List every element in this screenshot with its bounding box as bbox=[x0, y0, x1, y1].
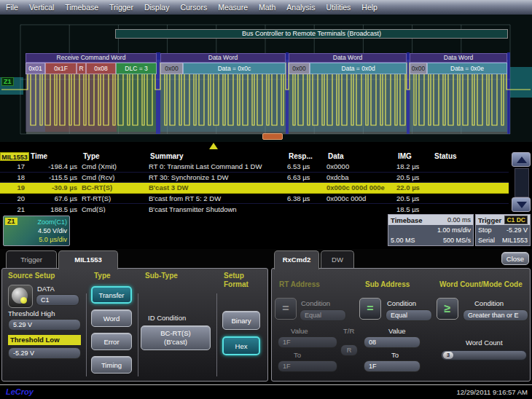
trigger-mode: Stop bbox=[478, 226, 492, 234]
tab-dw[interactable]: DW bbox=[321, 250, 354, 268]
table-row[interactable]: 18 -115.5 µs Cmd (Rcv) RT 30: Synchroniz… bbox=[0, 173, 509, 183]
sub-value-field[interactable]: 08 bbox=[364, 336, 420, 348]
col-header-time: Time bbox=[29, 152, 82, 160]
menu-item[interactable]: Vertical bbox=[29, 3, 54, 12]
sub-to-field[interactable]: 1F bbox=[364, 360, 420, 372]
sub-address-title: Sub Address bbox=[365, 280, 410, 288]
source-setup-title: Source Setup bbox=[8, 272, 55, 280]
type-button[interactable]: Transfer bbox=[91, 286, 132, 304]
rxcmd2-panel: RT Address = Condition Equal Value 1F To… bbox=[271, 268, 531, 382]
menu-item[interactable]: Analysis bbox=[286, 3, 315, 12]
channel-select[interactable]: C1 bbox=[36, 294, 79, 306]
menu-item[interactable]: Utilities bbox=[326, 3, 351, 12]
trigger-position-icon[interactable] bbox=[209, 143, 218, 149]
rt-condition-select[interactable]: Equal bbox=[300, 309, 346, 321]
decode-word-header: Receive Command Word bbox=[26, 53, 157, 63]
brand-logo: LeCroy bbox=[6, 387, 34, 396]
close-button[interactable]: Close bbox=[501, 252, 529, 265]
zoom-tag: Z1 bbox=[5, 218, 17, 225]
decode-field: 0x1F bbox=[45, 63, 77, 74]
format-button[interactable]: Hex bbox=[222, 336, 260, 355]
timestamp: 12/29/2011 9:16:57 AM bbox=[456, 388, 528, 396]
table-row[interactable]: 20 67.6 µs RT-RT(S) B'cast from RT 5: 2 … bbox=[0, 194, 509, 205]
protocol-badge[interactable]: MIL1553 bbox=[0, 152, 29, 161]
trigger-descriptor-box[interactable]: Trigger C1 DC Stop -5.29 V Serial MIL155… bbox=[475, 214, 531, 246]
timebase-samples: 5.00 MS bbox=[391, 237, 415, 244]
menu-item[interactable]: Measure bbox=[218, 3, 248, 12]
decode-field: Data = 0x0c bbox=[183, 63, 286, 74]
tr-button[interactable]: R bbox=[340, 344, 358, 356]
decode-word-data2: Data Word 0x00Data = 0x0d bbox=[289, 53, 407, 74]
tab-rxcmd2[interactable]: RxCmd2 bbox=[274, 250, 319, 269]
id-condition-button[interactable]: BC-RT(S) (B'cast) bbox=[141, 325, 211, 350]
decode-field: Data = 0x0d bbox=[310, 63, 407, 74]
scroll-down-icon[interactable] bbox=[512, 197, 531, 212]
wc-condition-select[interactable]: Greater than or E bbox=[463, 309, 528, 321]
wc-condition-label: Condition bbox=[474, 299, 504, 307]
type-button[interactable]: Word bbox=[91, 309, 132, 327]
col-header-type: Type bbox=[82, 152, 149, 160]
trigger-protocol: MIL1553 bbox=[502, 237, 528, 244]
tab-mil1553[interactable]: MIL1553 bbox=[58, 250, 118, 269]
divider bbox=[138, 293, 138, 376]
transfer-endcap-marker bbox=[262, 133, 283, 140]
zoom-vdiv: 4.50 V/div bbox=[37, 226, 67, 235]
type-button[interactable]: Timing bbox=[91, 356, 132, 374]
menu-item[interactable]: Timebase bbox=[65, 3, 98, 12]
tab-trigger[interactable]: Trigger bbox=[6, 250, 57, 268]
table-scrollbar bbox=[512, 152, 531, 212]
equal-icon[interactable]: = bbox=[275, 298, 297, 320]
zoom-descriptor-box[interactable]: Z1 Zoom(C1) 4.50 V/div 5.0 µs/div bbox=[3, 216, 70, 246]
timebase-strip bbox=[0, 142, 532, 151]
threshold-low-field[interactable]: -5.29 V bbox=[8, 347, 81, 359]
rt-address-title: RT Address bbox=[279, 280, 320, 288]
format-button[interactable]: Binary bbox=[222, 311, 260, 330]
greater-equal-icon[interactable]: ≥ bbox=[437, 298, 458, 320]
rt-value-label: Value bbox=[291, 327, 308, 335]
word-count-slider[interactable]: 3 bbox=[441, 350, 527, 360]
type-button[interactable]: Error bbox=[91, 333, 132, 350]
menu-item[interactable]: Trigger bbox=[109, 3, 133, 12]
table-row[interactable]: 19 -30.9 µs BC-RT(S) B'cast 3 DW 0x000c … bbox=[0, 183, 509, 194]
decode-field: DLC = 3 bbox=[116, 63, 157, 74]
trigger-kind: Serial bbox=[478, 237, 495, 244]
adjust-knob-icon[interactable] bbox=[8, 285, 33, 308]
table-body: 17 -198.4 µs Cmd (Xmit) RT 0: Transmit L… bbox=[0, 162, 532, 215]
waveform-area[interactable]: Bus Controller to Remote Terminals (Broa… bbox=[0, 15, 532, 142]
menu-item[interactable]: Math bbox=[259, 3, 275, 12]
scroll-up-icon[interactable] bbox=[512, 152, 531, 167]
setup-format-title: Setup Format bbox=[224, 272, 249, 289]
decode-word-command: Receive Command Word 0x010x1FR0x08DLC = … bbox=[26, 53, 157, 74]
equal-icon[interactable]: = bbox=[359, 298, 381, 320]
sub-condition-select[interactable]: Equal bbox=[386, 309, 432, 321]
trigger-level: -5.29 V bbox=[506, 226, 528, 234]
col-header-img: IMG bbox=[396, 152, 433, 160]
menu-item[interactable]: Display bbox=[144, 3, 169, 12]
timebase-rate: 500 MS/s bbox=[443, 237, 471, 244]
table-row[interactable]: 17 -198.4 µs Cmd (Xmit) RT 0: Transmit L… bbox=[0, 162, 509, 173]
rt-value-field[interactable]: 1F bbox=[278, 336, 337, 348]
threshold-high-field[interactable]: 5.29 V bbox=[8, 319, 81, 331]
zoom-tdiv: 5.0 µs/div bbox=[37, 235, 67, 244]
rt-to-field[interactable]: 1F bbox=[278, 360, 337, 372]
id-condition-value: BC-RT(S) bbox=[160, 329, 191, 338]
decode-field: 0x00 bbox=[160, 63, 183, 74]
descriptor-strip: Z1 Zoom(C1) 4.50 V/div 5.0 µs/div Timeba… bbox=[0, 213, 532, 249]
decode-word-data3: Data Word 0x00Data = 0x0e bbox=[410, 53, 507, 74]
decode-table: MIL1553 Time Type Summary Resp... Data I… bbox=[0, 151, 532, 213]
sub-value-label: Value bbox=[388, 327, 406, 335]
menu-item[interactable]: File bbox=[6, 3, 18, 12]
bus-transfer-band: Bus Controller to Remote Terminals (Broa… bbox=[115, 29, 508, 39]
menu-item[interactable]: Cursors bbox=[180, 3, 207, 12]
threshold-low-label[interactable]: Threshold Low bbox=[8, 335, 81, 345]
decode-field: R bbox=[77, 63, 86, 74]
menu-item[interactable]: Help bbox=[361, 3, 378, 12]
type-title: Type bbox=[94, 272, 111, 280]
right-trace-band bbox=[510, 67, 532, 98]
divider bbox=[216, 293, 217, 376]
id-condition-value2: (B'cast) bbox=[164, 338, 187, 347]
timebase-descriptor-box[interactable]: Timebase 0.00 ms 1.00 ms/div 5.00 MS 500… bbox=[388, 214, 474, 246]
menu-bar: FileVerticalTimebaseTriggerDisplayCursor… bbox=[0, 0, 532, 15]
slider-thumb[interactable]: 3 bbox=[443, 352, 453, 359]
scroll-track[interactable] bbox=[515, 168, 529, 197]
